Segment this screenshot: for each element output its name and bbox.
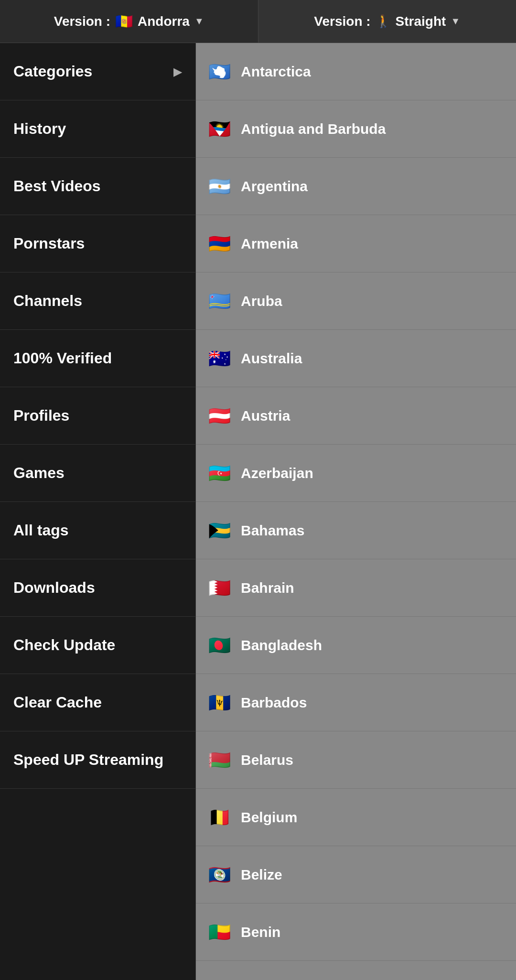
country-item-belgium[interactable]: 🇧🇪Belgium: [196, 789, 516, 846]
sidebar-item-label: Games: [13, 464, 64, 482]
flag-icon-barbados: 🇧🇧: [207, 692, 231, 713]
country-item-aruba[interactable]: 🇦🇼Aruba: [196, 272, 516, 330]
flag-icon-argentina: 🇦🇷: [207, 176, 231, 197]
sidebar-item-speed-up-streaming[interactable]: Speed UP Streaming: [0, 731, 195, 789]
sidebar-item-games[interactable]: Games: [0, 445, 195, 502]
sidebar-item-best-videos[interactable]: Best Videos: [0, 158, 195, 215]
sidebar-item-clear-cache[interactable]: Clear Cache: [0, 674, 195, 731]
flag-icon-australia: 🇦🇺: [207, 348, 231, 369]
country-item-antigua-and-barbuda[interactable]: 🇦🇬Antigua and Barbuda: [196, 100, 516, 158]
country-name: Bangladesh: [241, 637, 322, 653]
country-name: Austria: [241, 408, 290, 424]
sidebar-item-100--verified[interactable]: 100% Verified: [0, 330, 195, 387]
sidebar-item-label: Pornstars: [13, 235, 85, 252]
country-name: Bahrain: [241, 580, 294, 596]
sidebar-item-label: Check Update: [13, 636, 115, 654]
country-name: Argentina: [241, 178, 308, 195]
country-name: Belize: [241, 867, 282, 883]
country-item-belize[interactable]: 🇧🇿Belize: [196, 846, 516, 904]
sidebar-item-label: History: [13, 120, 66, 138]
country-name: Australia: [241, 350, 302, 367]
sidebar-item-label: Downloads: [13, 579, 95, 597]
country-name: Antarctica: [241, 64, 311, 80]
app-header: Version : 🇦🇩 Andorra ▼ Version : 🚶 Strai…: [0, 0, 516, 43]
sidebar-item-label: 100% Verified: [13, 349, 112, 367]
sidebar-item-categories[interactable]: Categories▶: [0, 43, 195, 100]
sidebar-item-downloads[interactable]: Downloads: [0, 559, 195, 617]
flag-icon-antarctica: 🇦🇶: [207, 61, 231, 82]
flag-icon-belarus: 🇧🇾: [207, 750, 231, 771]
country-name: Belarus: [241, 752, 293, 768]
version-right-selector[interactable]: Version : 🚶 Straight ▼: [258, 0, 516, 43]
country-item-belarus[interactable]: 🇧🇾Belarus: [196, 731, 516, 789]
country-name: Antigua and Barbuda: [241, 121, 386, 137]
country-name: Azerbaijan: [241, 465, 313, 481]
sidebar-item-pornstars[interactable]: Pornstars: [0, 215, 195, 272]
right-dropdown-arrow: ▼: [451, 16, 460, 27]
straight-icon: 🚶: [376, 14, 391, 29]
sidebar-item-label: Best Videos: [13, 177, 101, 195]
sidebar-item-label: Channels: [13, 292, 82, 310]
flag-icon-benin: 🇧🇯: [207, 922, 231, 943]
flag-icon-bahamas: 🇧🇸: [207, 520, 231, 541]
sidebar-item-label: Profiles: [13, 407, 69, 425]
sidebar-item-label: All tags: [13, 522, 69, 539]
country-name: Aruba: [241, 293, 282, 309]
version-left-label: Version :: [54, 14, 110, 29]
flag-icon-antigua-and-barbuda: 🇦🇬: [207, 119, 231, 140]
flag-icon-belgium: 🇧🇪: [207, 807, 231, 828]
version-right-label: Version :: [314, 14, 370, 29]
flag-icon-austria: 🇦🇹: [207, 405, 231, 426]
country-name: Bahamas: [241, 523, 304, 539]
flag-icon-bangladesh: 🇧🇩: [207, 635, 231, 656]
country-item-australia[interactable]: 🇦🇺Australia: [196, 330, 516, 387]
sidebar-item-profiles[interactable]: Profiles: [0, 387, 195, 445]
sidebar-item-label: Categories: [13, 63, 92, 80]
country-name: Barbados: [241, 695, 307, 711]
country-item-benin[interactable]: 🇧🇯Benin: [196, 904, 516, 961]
flag-icon-armenia: 🇦🇲: [207, 233, 231, 254]
left-flag-icon: 🇦🇩: [115, 13, 133, 30]
flag-icon-bahrain: 🇧🇭: [207, 577, 231, 599]
country-name: Benin: [241, 924, 280, 940]
country-item-azerbaijan[interactable]: 🇦🇿Azerbaijan: [196, 445, 516, 502]
country-item-bangladesh[interactable]: 🇧🇩Bangladesh: [196, 617, 516, 674]
country-item-antarctica[interactable]: 🇦🇶Antarctica: [196, 43, 516, 100]
sidebar-item-channels[interactable]: Channels: [0, 272, 195, 330]
sidebar-item-all-tags[interactable]: All tags: [0, 502, 195, 559]
country-name: Belgium: [241, 809, 297, 826]
main-content: Categories▶HistoryBest VideosPornstarsCh…: [0, 43, 516, 980]
sidebar-item-label: Clear Cache: [13, 694, 102, 711]
sidebar: Categories▶HistoryBest VideosPornstarsCh…: [0, 43, 196, 980]
chevron-right-icon: ▶: [173, 65, 182, 78]
country-item-bahrain[interactable]: 🇧🇭Bahrain: [196, 559, 516, 617]
flag-icon-aruba: 🇦🇼: [207, 291, 231, 312]
sidebar-item-history[interactable]: History: [0, 100, 195, 158]
country-item-barbados[interactable]: 🇧🇧Barbados: [196, 674, 516, 731]
country-item-armenia[interactable]: 🇦🇲Armenia: [196, 215, 516, 272]
sidebar-item-check-update[interactable]: Check Update: [0, 617, 195, 674]
left-dropdown-arrow: ▼: [194, 16, 204, 27]
country-item-austria[interactable]: 🇦🇹Austria: [196, 387, 516, 445]
flag-icon-azerbaijan: 🇦🇿: [207, 463, 231, 484]
country-item-argentina[interactable]: 🇦🇷Argentina: [196, 158, 516, 215]
country-name: Armenia: [241, 236, 298, 252]
left-country-name: Andorra: [138, 14, 190, 29]
right-version-name: Straight: [396, 14, 446, 29]
sidebar-item-label: Speed UP Streaming: [13, 751, 163, 769]
flag-icon-belize: 🇧🇿: [207, 864, 231, 885]
country-item-bahamas[interactable]: 🇧🇸Bahamas: [196, 502, 516, 559]
country-list: 🇦🇶Antarctica🇦🇬Antigua and Barbuda🇦🇷Argen…: [196, 43, 516, 980]
version-left-selector[interactable]: Version : 🇦🇩 Andorra ▼: [0, 0, 258, 43]
